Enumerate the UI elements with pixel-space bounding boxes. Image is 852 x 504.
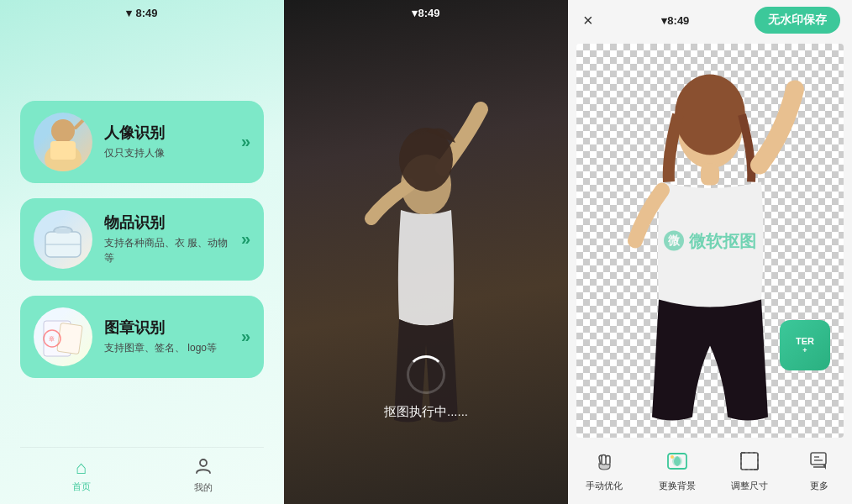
profile-icon bbox=[194, 456, 213, 480]
status-bar-mid: ▾ 8:49 bbox=[284, 0, 568, 23]
time-left: 8:49 bbox=[135, 7, 157, 19]
menu-card-portrait[interactable]: 人像识别 仅只支持人像 » bbox=[20, 101, 264, 183]
resize-icon bbox=[734, 446, 765, 476]
status-bar-right: ▾ 8:49 bbox=[597, 14, 755, 27]
card-text-object: 物品识别 支持各种商品、衣 服、动物等 bbox=[104, 213, 229, 265]
watermark-text: 微软抠图 bbox=[689, 229, 756, 252]
bottom-nav: ⌂ 首页 我的 bbox=[20, 447, 264, 504]
card-subtitle-stamp: 支持图章、签名、 logo等 bbox=[104, 340, 229, 355]
corner-badge: TER + bbox=[780, 320, 830, 370]
tool-manual-label: 手动优化 bbox=[586, 480, 623, 492]
status-bar-left: ▾ 8:49 bbox=[20, 0, 264, 23]
card-subtitle-object: 支持各种商品、衣 服、动物等 bbox=[104, 235, 229, 265]
watermark: 微 微软抠图 bbox=[664, 229, 756, 252]
result-panel: × ▾ 8:49 无水印保存 bbox=[568, 0, 852, 504]
svg-rect-5 bbox=[55, 228, 71, 234]
time-right: 8:49 bbox=[667, 14, 689, 27]
menu-cards: 人像识别 仅只支持人像 » 物品识别 支持各种商品、衣 服、动物等 » bbox=[20, 23, 264, 447]
watermark-icon: 微 bbox=[664, 231, 684, 251]
wifi-icon-left: ▾ bbox=[126, 7, 132, 19]
nav-mine-label: 我的 bbox=[194, 481, 213, 494]
thumb-portrait bbox=[34, 113, 92, 171]
svg-rect-6 bbox=[45, 244, 81, 245]
woman-silhouette bbox=[334, 84, 518, 504]
result-toolbar: 手动优化 更换背景 bbox=[568, 438, 852, 504]
tool-bg[interactable]: 更换背景 bbox=[659, 446, 696, 492]
wifi-icon-right: ▾ bbox=[661, 14, 667, 27]
card-arrow-object[interactable]: » bbox=[241, 229, 250, 249]
tool-more[interactable]: 更多 bbox=[804, 446, 834, 492]
thumb-stamp: 章 bbox=[34, 307, 92, 366]
process-panel: ▾ 8:49 抠图执行中...... bbox=[284, 0, 568, 504]
menu-panel: ▾ 8:49 人像识别 仅只支持人像 » bbox=[0, 0, 284, 504]
result-header: × ▾ 8:49 无水印保存 bbox=[568, 0, 852, 40]
result-image-area: 微 微软抠图 TER + bbox=[576, 44, 844, 438]
thumb-bag bbox=[34, 210, 92, 269]
nav-mine[interactable]: 我的 bbox=[194, 456, 213, 494]
card-text-stamp: 图章识别 支持图章、签名、 logo等 bbox=[104, 318, 229, 355]
svg-rect-26 bbox=[811, 453, 826, 465]
card-title-portrait: 人像识别 bbox=[104, 123, 229, 143]
tool-resize-label: 调整尺寸 bbox=[731, 480, 768, 492]
loading-spinner bbox=[407, 355, 445, 394]
menu-card-stamp[interactable]: 章 图章识别 支持图章、签名、 logo等 » bbox=[20, 296, 264, 378]
hand-icon bbox=[589, 446, 619, 476]
wifi-icon-mid: ▾ bbox=[412, 7, 418, 19]
svg-point-11 bbox=[200, 459, 207, 466]
tool-more-label: 更多 bbox=[810, 480, 828, 492]
nav-home[interactable]: ⌂ 首页 bbox=[72, 457, 91, 493]
time-mid: 8:49 bbox=[418, 7, 439, 19]
card-title-object: 物品识别 bbox=[104, 213, 229, 233]
svg-point-15 bbox=[675, 75, 745, 155]
nav-home-label: 首页 bbox=[72, 480, 91, 493]
close-button[interactable]: × bbox=[580, 8, 597, 34]
tool-bg-label: 更换背景 bbox=[659, 480, 696, 492]
svg-rect-20 bbox=[741, 453, 758, 470]
card-subtitle-portrait: 仅只支持人像 bbox=[104, 145, 229, 160]
svg-rect-21 bbox=[741, 453, 758, 470]
processing-text: 抠图执行中...... bbox=[384, 404, 468, 420]
menu-card-object[interactable]: 物品识别 支持各种商品、衣 服、动物等 » bbox=[20, 198, 264, 281]
bg-change-icon bbox=[662, 446, 692, 476]
tool-resize[interactable]: 调整尺寸 bbox=[731, 446, 768, 492]
processing-overlay: 抠图执行中...... bbox=[384, 355, 468, 420]
home-icon: ⌂ bbox=[76, 457, 87, 479]
card-title-stamp: 图章识别 bbox=[104, 318, 229, 338]
tool-manual[interactable]: 手动优化 bbox=[586, 446, 623, 492]
more-icon bbox=[804, 446, 834, 476]
svg-line-3 bbox=[76, 119, 84, 128]
card-arrow-portrait[interactable]: » bbox=[241, 132, 250, 151]
svg-text:章: 章 bbox=[49, 336, 55, 342]
svg-point-0 bbox=[51, 119, 75, 143]
svg-point-19 bbox=[671, 455, 674, 459]
svg-rect-16 bbox=[701, 164, 719, 186]
card-arrow-stamp[interactable]: » bbox=[241, 327, 250, 346]
corner-badge-top: TER bbox=[796, 336, 814, 346]
card-text-portrait: 人像识别 仅只支持人像 bbox=[104, 123, 229, 160]
svg-rect-2 bbox=[50, 141, 76, 160]
save-watermark-button[interactable]: 无水印保存 bbox=[755, 7, 840, 34]
corner-badge-plus: + bbox=[802, 346, 807, 354]
